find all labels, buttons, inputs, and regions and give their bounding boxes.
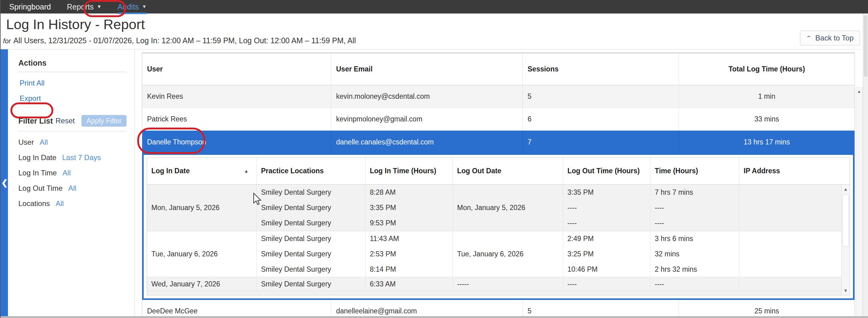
col-user[interactable]: User	[142, 53, 331, 85]
sessions-cell: 5	[523, 300, 679, 318]
col-sessions[interactable]: Sessions	[523, 53, 679, 85]
scrollbar-thumb[interactable]	[843, 195, 849, 247]
logout-time-entry: ----	[567, 219, 650, 227]
total-cell: 13 hrs 17 mins	[679, 131, 855, 153]
top-navbar: Springboard Reports ▼ Audits ▼	[0, 0, 868, 13]
location-entry: Smiley Dental Surgery	[261, 250, 365, 258]
col-user-email[interactable]: User Email	[331, 53, 523, 85]
ip-address-cell	[739, 184, 849, 231]
page-header: Log In History - Report forAll Users, 12…	[0, 13, 868, 49]
session-detail-table: Log In Date ▲ Practice Locations Log In …	[147, 157, 850, 295]
brand-springboard[interactable]: Springboard	[9, 2, 51, 11]
filter-login-time-label: Log In Time	[19, 169, 57, 177]
user-cell: Danelle Thompson	[142, 131, 331, 153]
filter-logout-time-label: Log Out Time	[19, 184, 62, 192]
filter-login-time-value[interactable]: All	[62, 169, 71, 177]
filter-logout-time[interactable]: Log Out Time All	[19, 184, 127, 193]
content-area: ❮ Actions Print All Export Filter List R…	[0, 49, 868, 316]
locations-cell: Smiley Dental Surgery Smiley Dental Surg…	[257, 184, 366, 231]
caret-up-icon: ⌃	[806, 35, 812, 41]
login-time-entry: 9:53 PM	[370, 219, 453, 227]
back-to-top-label: Back to Top	[815, 34, 854, 42]
report-main: User User Email Sessions Total Log Time …	[142, 52, 855, 318]
detail-footer-strip	[147, 291, 849, 295]
scroll-up-icon[interactable]: ▲	[856, 89, 862, 94]
page-scrollbar[interactable]	[863, 13, 868, 318]
detail-body: Mon, January 5, 2026 Smiley Dental Surge…	[147, 184, 849, 295]
login-time-entry: 2:53 PM	[370, 250, 453, 258]
login-time-entry: 8:28 AM	[370, 188, 453, 197]
sidebar-collapse-handle[interactable]: ❮	[0, 49, 8, 316]
sessions-cell: 5	[523, 85, 679, 108]
user-cell: Kevin Rees	[142, 85, 331, 108]
logout-time-entry: 3:25 PM	[567, 250, 650, 258]
table-row-selected[interactable]: Danelle Thompson danelle.canales@csdenta…	[142, 131, 855, 153]
col-ip-address[interactable]: IP Address	[739, 157, 849, 184]
nav-reports-label: Reports	[67, 2, 94, 11]
email-cell: danelle.canales@csdental.com	[331, 131, 523, 153]
col-time-hours[interactable]: Time (Hours)	[650, 157, 739, 184]
table-row[interactable]: Patrick Rees kevinpmoloney@gmail.com 6 3…	[142, 108, 855, 131]
location-entry: Smiley Dental Surgery	[261, 188, 365, 197]
scroll-up-icon[interactable]: ▲	[842, 186, 849, 192]
session-detail-panel: Log In Date ▲ Practice Locations Log In …	[142, 153, 855, 300]
table-scrollbar[interactable]: ▲	[856, 87, 863, 318]
durations-cell: 3 hrs 6 mins 32 mins 2 hrs 32 mins	[650, 231, 739, 277]
locations-cell: Smiley Dental Surgery Smiley Dental Surg…	[257, 231, 366, 277]
durations-cell: 7 hrs 7 mins ---- ----	[650, 184, 739, 231]
filter-locations-label: Locations	[19, 199, 50, 208]
col-logout-time[interactable]: Log Out Time (Hours)	[563, 157, 650, 184]
apply-filter-button[interactable]: Apply Filter	[82, 115, 127, 127]
scroll-down-icon[interactable]: ▼	[842, 288, 849, 293]
locations-cell: Smiley Dental Surgery	[257, 277, 366, 291]
nav-audits[interactable]: Audits ▼	[118, 2, 147, 14]
filter-login-date-value[interactable]: Last 7 Days	[62, 153, 101, 162]
col-practice-locations[interactable]: Practice Locations	[257, 157, 366, 184]
back-to-top-button[interactable]: ⌃ Back to Top	[800, 31, 860, 46]
login-time-entry: 8:14 PM	[370, 265, 453, 273]
sessions-cell: 7	[523, 131, 679, 153]
sessions-cell: 6	[523, 108, 679, 130]
filter-user[interactable]: User All	[19, 138, 127, 147]
location-entry: Smiley Dental Surgery	[261, 265, 365, 273]
login-date-cell: Wed, January 7, 2026	[147, 277, 257, 291]
detail-day-row: Wed, January 7, 2026 Smiley Dental Surge…	[147, 277, 849, 291]
col-total-log-time[interactable]: Total Log Time (Hours)	[679, 53, 855, 85]
email-cell: danelleelaine@gmail.com	[331, 300, 523, 318]
login-history-table: User User Email Sessions Total Log Time …	[142, 52, 855, 318]
logout-times-cell: ----	[563, 277, 650, 291]
login-date-cell: Tue, January 6, 2026	[147, 231, 257, 277]
detail-scrollbar[interactable]: ▲ ▼	[841, 184, 849, 295]
filter-locations-value[interactable]: All	[56, 199, 64, 208]
filter-logout-time-value[interactable]: All	[68, 184, 76, 192]
total-cell: 25 mins	[679, 300, 855, 318]
filter-locations[interactable]: Locations All	[19, 199, 127, 208]
col-login-date[interactable]: Log In Date ▲	[147, 157, 257, 184]
scrollbar-thumb[interactable]	[864, 15, 867, 77]
export-link[interactable]: Export	[20, 94, 127, 103]
filter-login-date[interactable]: Log In Date Last 7 Days	[19, 153, 127, 162]
location-entry: Smiley Dental Surgery	[261, 204, 365, 212]
detail-header-row: Log In Date ▲ Practice Locations Log In …	[147, 157, 849, 184]
duration-entry: ----	[655, 204, 739, 212]
nav-reports[interactable]: Reports ▼	[67, 2, 101, 11]
location-entry: Smiley Dental Surgery	[261, 235, 365, 243]
total-cell: 33 mins	[679, 108, 855, 130]
col-login-time[interactable]: Log In Time (Hours)	[366, 157, 453, 184]
print-all-link[interactable]: Print All	[20, 79, 127, 87]
filter-user-value[interactable]: All	[39, 138, 48, 146]
logout-time-entry: 2:49 PM	[567, 235, 650, 243]
table-header-row: User User Email Sessions Total Log Time …	[142, 53, 855, 85]
col-logout-date[interactable]: Log Out Date	[453, 157, 563, 184]
login-times-cell: 8:28 AM 3:35 PM 9:53 PM	[366, 184, 453, 231]
logout-time-entry: ----	[567, 204, 650, 212]
table-row[interactable]: DeeDee McGee danelleelaine@gmail.com 5 2…	[142, 300, 855, 318]
col-login-date-label: Log In Date	[151, 167, 190, 175]
filter-login-time[interactable]: Log In Time All	[19, 169, 127, 177]
sidebar: Actions Print All Export Filter List Res…	[8, 49, 135, 316]
table-row[interactable]: Kevin Rees kevin.moloney@csdental.com 5 …	[142, 85, 855, 108]
sort-asc-icon[interactable]: ▲	[244, 168, 248, 174]
reset-link[interactable]: Reset	[56, 117, 75, 125]
chevron-left-icon: ❮	[1, 178, 8, 188]
actions-title: Actions	[19, 59, 127, 67]
